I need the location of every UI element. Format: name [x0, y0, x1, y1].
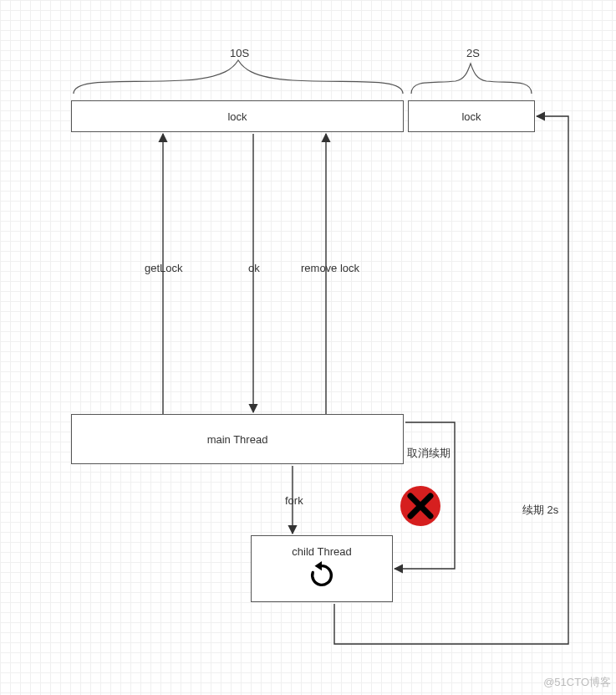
- box-lock-right-label: lock: [461, 110, 481, 123]
- svg-marker-0: [315, 561, 323, 570]
- time-label-2s: 2S: [464, 46, 482, 60]
- edge-label-renew-2s: 续期 2s: [520, 502, 561, 519]
- box-lock-left: lock: [71, 100, 404, 132]
- box-lock-left-label: lock: [227, 110, 247, 123]
- watermark: @51CTO博客: [543, 675, 611, 690]
- edge-label-cancel-renew: 取消续期: [405, 445, 453, 462]
- box-main-thread-label: main Thread: [207, 433, 268, 446]
- edge-label-fork: fork: [283, 493, 306, 508]
- edge-label-ok: ok: [246, 261, 262, 275]
- edge-label-getlock: getLock: [142, 261, 186, 275]
- refresh-icon: [308, 561, 336, 592]
- box-main-thread: main Thread: [71, 414, 404, 464]
- box-child-thread: child Thread: [251, 535, 393, 602]
- box-lock-right: lock: [408, 100, 535, 132]
- edge-label-remove-lock: remove lock: [298, 261, 362, 275]
- time-label-10s: 10S: [227, 46, 252, 60]
- box-child-thread-label: child Thread: [292, 545, 351, 558]
- cancel-icon: [400, 485, 441, 527]
